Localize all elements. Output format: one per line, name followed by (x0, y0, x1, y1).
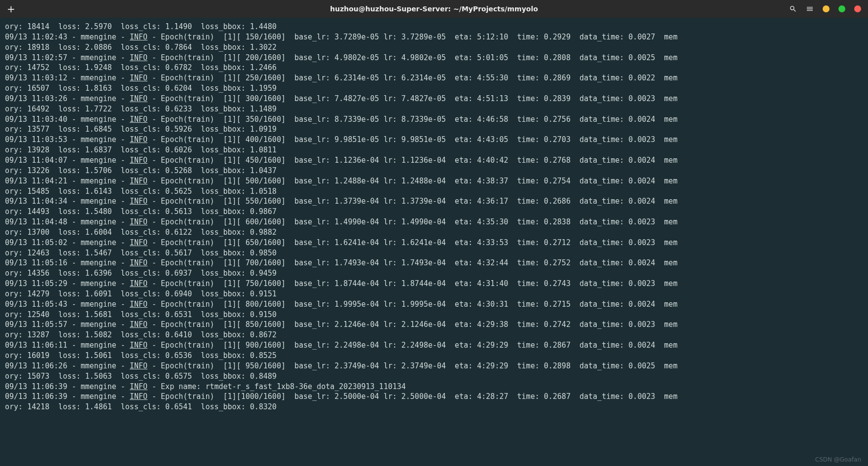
log-line: ory: 14356 loss: 1.6396 loss_cls: 0.6937… (5, 268, 863, 279)
log-level: INFO (130, 238, 147, 247)
log-line: 09/13 11:04:07 - mmengine - INFO - Epoch… (5, 155, 863, 166)
log-line: 09/13 11:02:43 - mmengine - INFO - Epoch… (5, 32, 863, 42)
log-level: INFO (130, 258, 147, 267)
log-level: INFO (130, 53, 147, 62)
log-line: 09/13 11:06:11 - mmengine - INFO - Epoch… (5, 340, 863, 351)
log-level: INFO (130, 279, 147, 288)
new-tab-button[interactable]: + (7, 4, 15, 14)
log-line: 09/13 11:04:48 - mmengine - INFO - Epoch… (5, 217, 863, 227)
log-level: INFO (130, 197, 147, 206)
log-line: ory: 13928 loss: 1.6837 loss_cls: 0.6026… (5, 145, 863, 155)
log-line: 09/13 11:05:57 - mmengine - INFO - Epoch… (5, 320, 863, 330)
log-level: INFO (130, 33, 147, 41)
log-level: INFO (130, 341, 147, 350)
log-line: ory: 15073 loss: 1.5063 loss_cls: 0.6575… (5, 371, 863, 382)
log-line: 09/13 11:05:16 - mmengine - INFO - Epoch… (5, 258, 863, 268)
log-level: INFO (130, 300, 147, 309)
log-line: 09/13 11:06:26 - mmengine - INFO - Epoch… (5, 361, 863, 371)
log-line: ory: 16019 loss: 1.5061 loss_cls: 0.6536… (5, 351, 863, 361)
search-icon[interactable] (789, 5, 797, 13)
watermark: CSDN @Goafan (815, 456, 861, 463)
window-titlebar: + huzhou@huzhou-Super-Server: ~/MyProjec… (0, 0, 868, 18)
log-line: ory: 14218 loss: 1.4861 loss_cls: 0.6541… (5, 402, 863, 412)
log-line: 09/13 11:05:43 - mmengine - INFO - Epoch… (5, 299, 863, 310)
log-line: 09/13 11:03:26 - mmengine - INFO - Epoch… (5, 94, 863, 104)
log-line: 09/13 11:05:29 - mmengine - INFO - Epoch… (5, 279, 863, 289)
log-line: ory: 14279 loss: 1.6091 loss_cls: 0.6940… (5, 289, 863, 299)
log-line: ory: 14493 loss: 1.5480 loss_cls: 0.5613… (5, 207, 863, 217)
window-title: huzhou@huzhou-Super-Server: ~/MyProjects… (330, 5, 538, 13)
log-level: INFO (130, 361, 147, 370)
log-line: 09/13 11:04:21 - mmengine - INFO - Epoch… (5, 176, 863, 186)
log-line: 09/13 11:03:40 - mmengine - INFO - Epoch… (5, 114, 863, 125)
window-close-button[interactable] (854, 5, 861, 12)
terminal-output[interactable]: ory: 18414 loss: 2.5970 loss_cls: 1.1490… (0, 18, 868, 413)
log-line: 09/13 11:02:57 - mmengine - INFO - Epoch… (5, 53, 863, 63)
log-line: ory: 13700 loss: 1.6004 loss_cls: 0.6122… (5, 227, 863, 238)
log-line: 09/13 11:04:34 - mmengine - INFO - Epoch… (5, 196, 863, 207)
log-line: 09/13 11:06:39 - mmengine - INFO - Epoch… (5, 392, 863, 402)
log-line: 09/13 11:05:02 - mmengine - INFO - Epoch… (5, 238, 863, 248)
log-level: INFO (130, 382, 147, 391)
log-level: INFO (130, 177, 147, 185)
window-minimize-button[interactable] (823, 5, 830, 12)
log-line: 09/13 11:06:39 - mmengine - INFO - Exp n… (5, 382, 863, 392)
log-level: INFO (130, 156, 147, 165)
log-line: 09/13 11:03:12 - mmengine - INFO - Epoch… (5, 73, 863, 83)
log-line: ory: 14752 loss: 1.9248 loss_cls: 0.6782… (5, 63, 863, 73)
log-level: INFO (130, 217, 147, 226)
log-line: ory: 18414 loss: 2.5970 loss_cls: 1.1490… (5, 22, 863, 32)
log-line: ory: 16507 loss: 1.8163 loss_cls: 0.6204… (5, 83, 863, 94)
window-maximize-button[interactable] (838, 5, 845, 12)
log-line: ory: 12463 loss: 1.5467 loss_cls: 0.5617… (5, 248, 863, 258)
log-line: ory: 16492 loss: 1.7722 loss_cls: 0.6233… (5, 104, 863, 114)
log-level: INFO (130, 115, 147, 124)
log-line: ory: 13577 loss: 1.6845 loss_cls: 0.5926… (5, 124, 863, 135)
log-level: INFO (130, 392, 147, 401)
hamburger-menu-icon[interactable] (806, 5, 814, 13)
log-line: ory: 15485 loss: 1.6143 loss_cls: 0.5625… (5, 186, 863, 197)
log-line: ory: 13287 loss: 1.5082 loss_cls: 0.6410… (5, 330, 863, 340)
log-level: INFO (130, 135, 147, 144)
log-level: INFO (130, 320, 147, 329)
log-line: 09/13 11:03:53 - mmengine - INFO - Epoch… (5, 135, 863, 145)
log-line: ory: 13226 loss: 1.5706 loss_cls: 0.5268… (5, 166, 863, 176)
log-line: ory: 18918 loss: 2.0886 loss_cls: 0.7864… (5, 42, 863, 53)
log-line: ory: 12540 loss: 1.5681 loss_cls: 0.6531… (5, 310, 863, 320)
log-level: INFO (130, 94, 147, 103)
log-level: INFO (130, 73, 147, 82)
